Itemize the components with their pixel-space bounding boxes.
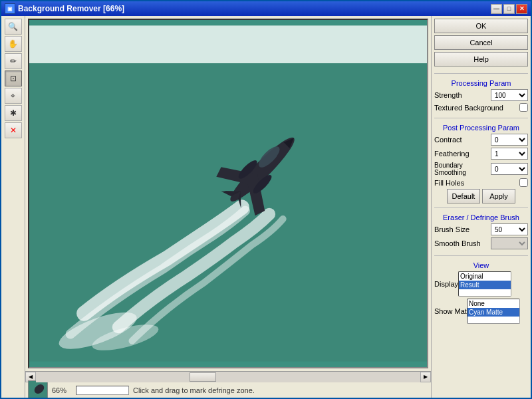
zoom-tool[interactable]: 🔍 [5,19,22,35]
brush-size-label: Brush Size [434,225,469,233]
show-mat-row: Show Mat None Cyan Matte [434,299,528,324]
view-section: View Display Original Result Show Mat [434,260,528,326]
window-title: Background Remover [66%] [18,4,124,13]
post-processing-param-section: Post Processing Param Contract 0 1 2 Fea… [434,122,528,203]
default-apply-row: Default Apply [434,189,528,203]
textured-background-checkbox[interactable] [519,103,528,112]
progress-bar [76,386,129,395]
display-listbox[interactable]: Original Result [458,271,511,297]
smooth-brush-select[interactable] [491,237,528,249]
app-icon: ▣ [5,3,15,14]
scroll-right-button[interactable]: ▶ [420,372,431,382]
horizontal-scrollbar[interactable]: ◀ ▶ [25,371,431,382]
hand-tool[interactable]: ✋ [5,36,22,52]
canvas-container[interactable] [28,19,428,368]
scroll-track[interactable] [36,372,420,382]
post-processing-param-header: Post Processing Param [434,124,528,132]
processing-param-section: Processing Param Strength 100 75 50 25 T… [434,78,528,114]
smooth-brush-label: Smooth Brush [434,239,481,247]
title-buttons: — □ ✕ [491,4,527,14]
maximize-button[interactable]: □ [503,4,515,14]
feathering-row: Feathering 1 0 2 [434,148,528,160]
minimize-button[interactable]: — [491,4,502,14]
left-toolbar: 🔍 ✋ ✏ ⊡ ⌖ ✱ ✕ [1,16,25,398]
thumbnail-preview [28,380,48,398]
close-button[interactable]: ✕ [516,4,527,14]
right-panel: OK Cancel Help Processing Param Strength… [431,16,531,398]
smooth-brush-row: Smooth Brush [434,237,528,249]
status-bar: 66% Click and drag to mark defringe zone… [25,382,431,398]
display-listbox-container: Original Result [458,271,528,297]
display-row: Display Original Result [434,271,528,297]
processing-param-header: Processing Param [434,79,528,87]
top-buttons: OK Cancel Help [434,19,528,66]
fill-holes-row: Fill Holes [434,178,528,187]
brush-tool[interactable]: ✏ [5,53,22,69]
canvas-wrapper: ◀ ▶ 66% Click and drag to mark defringe … [25,16,431,398]
fill-holes-label: Fill Holes [434,179,464,187]
textured-background-row: Textured Background [434,103,528,112]
divider-3 [434,207,528,208]
textured-background-label: Textured Background [434,104,503,112]
lasso-tool[interactable]: ⌖ [5,88,22,104]
boundary-smoothing-select[interactable]: 0 1 2 [491,163,528,175]
feathering-select[interactable]: 1 0 2 [491,148,528,160]
boundary-smoothing-row: BoundarySmoothing 0 1 2 [434,162,528,176]
strength-label: Strength [434,91,462,99]
contract-label: Contract [434,136,462,144]
title-bar: ▣ Background Remover [66%] — □ ✕ [1,1,531,16]
main-content: 🔍 ✋ ✏ ⊡ ⌖ ✱ ✕ [1,16,531,398]
brush-size-select[interactable]: 50 25 75 100 [491,223,528,235]
eraser-defringe-section: Eraser / Defringe Brush Brush Size 50 25… [434,212,528,251]
delete-tool[interactable]: ✕ [5,122,22,138]
eraser-defringe-header: Eraser / Defringe Brush [434,213,528,221]
display-label: Display [434,280,458,288]
canvas-image [29,20,427,367]
magic-wand-tool[interactable]: ✱ [5,105,22,121]
eraser-tool[interactable]: ⊡ [5,70,22,86]
ok-button[interactable]: OK [434,19,528,33]
show-mat-listbox[interactable]: None Cyan Matte [467,299,520,324]
show-mat-label: Show Mat [434,307,467,315]
feathering-label: Feathering [434,150,469,158]
divider-4 [434,255,528,256]
show-mat-listbox-container: None Cyan Matte [467,299,528,324]
zoom-level: 66% [52,386,72,394]
contract-row: Contract 0 1 2 [434,134,528,146]
view-header: View [434,261,528,269]
default-button[interactable]: Default [447,189,480,203]
strength-select[interactable]: 100 75 50 25 [491,89,528,101]
cancel-button[interactable]: Cancel [434,35,528,50]
divider-1 [434,73,528,74]
contract-select[interactable]: 0 1 2 [491,134,528,146]
scene-svg [29,20,427,367]
main-window: ▣ Background Remover [66%] — □ ✕ 🔍 ✋ ✏ ⊡… [0,0,532,399]
fill-holes-checkbox[interactable] [519,178,528,187]
scroll-thumb[interactable] [190,372,216,382]
brush-size-row: Brush Size 50 25 75 100 [434,223,528,235]
apply-button[interactable]: Apply [482,189,515,203]
divider-2 [434,118,528,118]
status-text: Click and drag to mark defringe zone. [133,386,255,394]
boundary-smoothing-label: BoundarySmoothing [434,162,466,176]
strength-row: Strength 100 75 50 25 [434,89,528,101]
help-button[interactable]: Help [434,52,528,66]
svg-rect-1 [29,25,427,63]
